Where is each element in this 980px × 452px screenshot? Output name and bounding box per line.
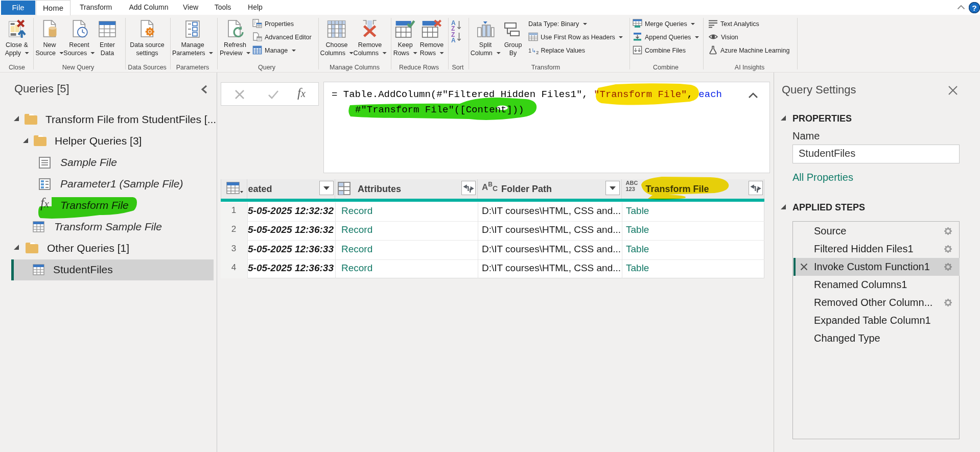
svg-text:?: ? — [972, 4, 976, 12]
svg-text:A: A — [451, 37, 456, 43]
